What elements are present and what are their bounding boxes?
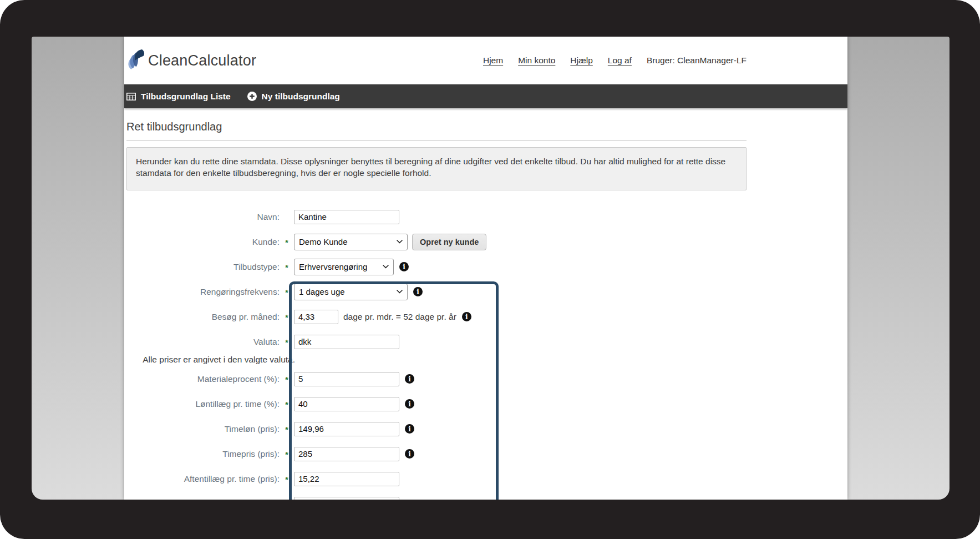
main-navbar: Tilbudsgrundlag Liste Ny tilbudsgrundlag [124,84,847,108]
frekvens-select[interactable]: 1 dages uge [294,284,408,300]
cleancalculator-logo-icon [126,48,145,73]
valuta-note: Alle priser er angivet i den valgte valu… [126,355,295,366]
chevron-down-icon [383,265,389,269]
materialeprocent-input[interactable] [294,372,399,386]
info-icon[interactable]: i [405,424,414,434]
required-asterisk: * [280,262,294,272]
browser-viewport: CleanCalculator Hjem Min konto Hjælp Log… [32,37,949,500]
form-row-loentillaeg: Løntillæg pr. time (%):*i [126,395,747,412]
nattillaeg-input[interactable] [294,497,399,500]
field-label-loentillaeg: Løntillæg pr. time (%): [126,399,280,409]
header-link-hjem[interactable]: Hjem [483,56,503,66]
required-asterisk: * [280,237,294,247]
stamdata-form: Navn:Kunde:*Demo KundeOpret ny kundeTilb… [126,208,747,500]
form-row-besoeg: Besøg pr. måned:*dage pr. mdr. = 52 dage… [126,308,747,325]
form-row-materialeprocent: Materialeprocent (%):*i [126,370,747,387]
timepris-input[interactable] [294,447,399,461]
field-label-kunde: Kunde: [126,237,280,247]
aftentillaeg-input[interactable] [294,472,399,486]
field-label-timeloen: Timeløn (pris): [126,424,280,434]
brand: CleanCalculator [126,48,256,73]
form-row-nattillaeg: Nattillæg pr. time (pris):* [126,495,747,500]
site-header: CleanCalculator Hjem Min konto Hjælp Log… [124,37,847,84]
field-label-aftentillaeg: Aftentillæg pr. time (pris): [126,474,280,484]
header-links: Hjem Min konto Hjælp Log af Bruger: Clea… [483,56,747,66]
form-row-tilbudstype: Tilbudstype:*Erhvervsrengøringi [126,258,747,275]
form-row-timepris: Timepris (pris):*i [126,445,747,462]
required-asterisk-empty [280,216,294,218]
required-asterisk: * [280,499,294,500]
required-asterisk: * [280,424,294,434]
header-link-log-af[interactable]: Log af [608,56,632,66]
required-asterisk: * [280,374,294,384]
info-box: Herunder kan du rette dine stamdata. Dis… [126,147,747,190]
field-label-nattillaeg: Nattillæg pr. time (pris): [126,499,280,500]
field-label-tilbudstype: Tilbudstype: [126,262,280,272]
frekvens-selected-value: 1 dages uge [299,287,345,296]
required-asterisk: * [280,312,294,322]
page-title: Ret tilbudsgrundlag [126,120,747,141]
field-label-navn: Navn: [126,212,280,222]
besoeg-input[interactable] [294,310,338,324]
info-icon[interactable]: i [462,312,471,321]
info-icon[interactable]: i [399,262,409,271]
navn-input[interactable] [294,210,399,224]
form-row-timeloen: Timeløn (pris):*i [126,420,747,437]
logged-in-user-label: Bruger: CleanManager-LF [647,56,747,66]
header-link-hjaelp[interactable]: Hjælp [570,56,592,66]
required-asterisk: * [280,449,294,459]
header-link-min-konto[interactable]: Min konto [518,56,555,66]
opret-ny-kunde-button[interactable]: Opret ny kunde [412,234,486,250]
kunde-select[interactable]: Demo Kunde [294,234,408,250]
info-icon[interactable]: i [405,449,414,459]
tilbudstype-selected-value: Erhvervsrengøring [299,262,367,271]
tilbudstype-select[interactable]: Erhvervsrengøring [294,259,394,275]
info-icon[interactable]: i [405,374,414,384]
form-row-kunde: Kunde:*Demo KundeOpret ny kunde [126,233,747,250]
brand-name: CleanCalculator [148,52,256,69]
form-row-frekvens: Rengøringsfrekvens:*1 dages ugei [126,283,747,300]
besoeg-suffix-text: dage pr. mdr. = 52 dage pr. år [343,312,456,322]
field-label-timepris: Timepris (pris): [126,449,280,459]
chevron-down-icon [397,240,403,244]
kunde-selected-value: Demo Kunde [299,237,348,246]
form-row-navn: Navn: [126,208,747,225]
nav-item-label: Ny tilbudsgrundlag [262,92,340,102]
plus-circle-icon [247,92,257,101]
field-label-materialeprocent: Materialeprocent (%): [126,374,280,384]
field-label-besoeg: Besøg pr. måned: [126,312,280,322]
field-label-valuta: Valuta: [126,337,280,347]
loentillaeg-input[interactable] [294,397,399,411]
timeloen-input[interactable] [294,422,399,436]
info-icon[interactable]: i [405,399,414,409]
nav-item-tilbudsgrundlag-liste[interactable]: Tilbudsgrundlag Liste [126,84,231,108]
chevron-down-icon [397,290,403,294]
form-row-aftentillaeg: Aftentillæg pr. time (pris):* [126,470,747,487]
required-asterisk: * [280,337,294,347]
nav-item-ny-tilbudsgrundlag[interactable]: Ny tilbudsgrundlag [247,84,340,108]
field-label-frekvens: Rengøringsfrekvens: [126,287,280,297]
required-asterisk: * [280,399,294,409]
form-row-valuta: Valuta:* [126,333,747,350]
info-icon[interactable]: i [413,287,423,296]
required-asterisk: * [280,474,294,484]
required-asterisk: * [280,287,294,297]
valuta-input[interactable] [294,335,399,349]
nav-item-label: Tilbudsgrundlag Liste [141,92,231,102]
table-icon [126,93,136,100]
site-page: CleanCalculator Hjem Min konto Hjælp Log… [124,37,847,500]
info-box-text: Herunder kan du rette dine stamdata. Dis… [136,157,725,178]
